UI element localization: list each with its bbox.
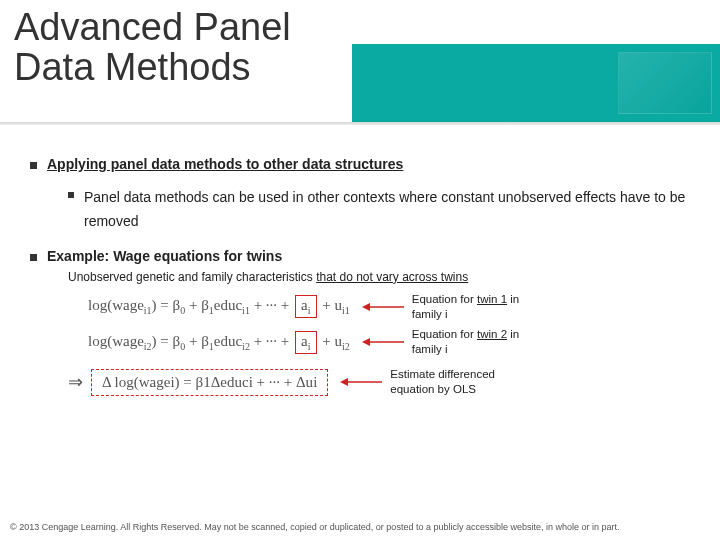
slide-title: Advanced Panel Data Methods: [0, 0, 720, 88]
bullet-icon: [68, 192, 74, 198]
equation-twin2: log(wagei2) = β0 + β1educi2 + ··· + ai +…: [88, 331, 350, 354]
equation-twin1-row: log(wagei1) = β0 + β1educi1 + ··· + ai +…: [88, 292, 690, 322]
bullet-2-text: Example: Wage equations for twins: [47, 248, 282, 264]
equation-twin2-note: Equation for twin 2 in family i: [412, 327, 550, 357]
slide-content: Applying panel data methods to other dat…: [0, 128, 720, 397]
equation-twin1: log(wagei1) = β0 + β1educi1 + ··· + ai +…: [88, 295, 350, 318]
arrow-icon: [362, 300, 404, 314]
bullet-1a-text: Panel data methods can be used in other …: [84, 186, 690, 234]
bullet-icon: [30, 254, 37, 261]
header-divider: [0, 122, 720, 125]
equation-diff: Δ log(wagei) = β1Δeduci + ··· + Δui: [91, 369, 328, 396]
equation-twin1-note: Equation for twin 1 in family i: [412, 292, 550, 322]
copyright-footer: © 2013 Cengage Learning. All Rights Rese…: [10, 522, 710, 532]
equation-twin2-row: log(wagei2) = β0 + β1educi2 + ··· + ai +…: [88, 327, 690, 357]
bullet-1: Applying panel data methods to other dat…: [30, 156, 690, 172]
bullet-2: Example: Wage equations for twins: [30, 248, 690, 264]
arrow-icon: [340, 375, 382, 389]
arrow-icon: [362, 335, 404, 349]
svg-marker-3: [362, 338, 370, 346]
bullet-icon: [30, 162, 37, 169]
bullet-1a: Panel data methods can be used in other …: [68, 186, 690, 234]
equation-diff-note: Estimate differenced equation by OLS: [390, 367, 528, 397]
equation-diff-row: ⇒ Δ log(wagei) = β1Δeduci + ··· + Δui Es…: [68, 367, 690, 397]
unobserved-note: Unobserved genetic and family characteri…: [68, 270, 690, 284]
svg-marker-5: [340, 378, 348, 386]
slide-header: Advanced Panel Data Methods: [0, 0, 720, 128]
svg-marker-1: [362, 303, 370, 311]
implies-icon: ⇒: [68, 371, 83, 393]
bullet-1-text: Applying panel data methods to other dat…: [47, 156, 403, 172]
